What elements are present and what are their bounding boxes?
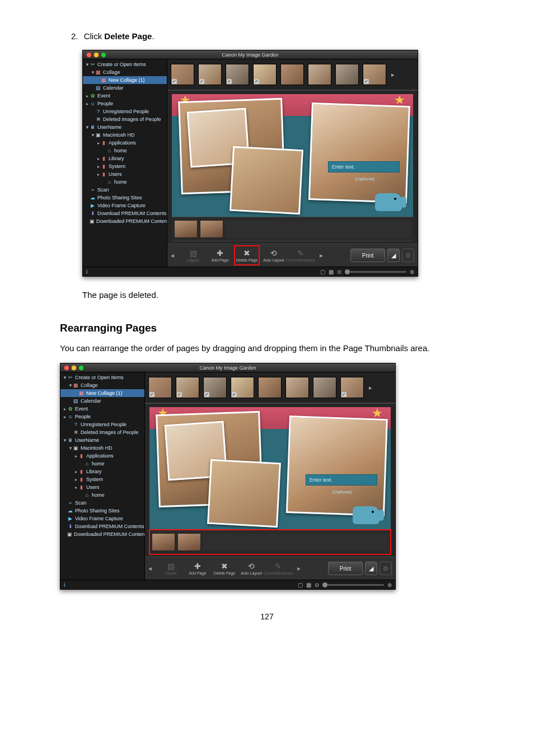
expand-arrow-icon[interactable]: ▸	[96, 172, 101, 177]
layout-button[interactable]: ▧Layout	[158, 559, 183, 578]
expand-arrow-icon[interactable]: ▸	[96, 164, 101, 169]
sidebar-item-unregistered[interactable]: ?Unregistered People	[83, 108, 167, 115]
sidebar-item-unregistered[interactable]: ?Unregistered People	[60, 421, 144, 428]
sidebar-item-applications[interactable]: ▸▮Applications	[83, 139, 167, 147]
sidebar-item-event[interactable]: ▸✿Event	[60, 405, 144, 413]
sidebar-item-downloaded-premium[interactable]: ▣Downloaded PREMIUM Contents	[83, 217, 167, 225]
auto-layout-button[interactable]: ⟲Auto Layout	[239, 559, 264, 578]
sidebar-item-system[interactable]: ▸▮System	[60, 475, 144, 483]
sidebar-item-download-premium[interactable]: ⬇Download PREMIUM Contents	[83, 209, 167, 217]
expand-arrow-icon[interactable]: ▸	[74, 477, 78, 482]
sidebar-item-people[interactable]: ▸☺People	[60, 413, 144, 421]
filmstrip-thumb[interactable]: ✓	[148, 377, 172, 398]
expand-arrow-icon[interactable]: ▸	[96, 156, 101, 161]
add-page-button[interactable]: ✚Add Page	[185, 559, 210, 578]
filmstrip-thumb[interactable]	[280, 64, 304, 85]
collage-photo-frame[interactable]	[229, 146, 303, 214]
sidebar-item-scan[interactable]: ⌁Scan	[83, 186, 167, 194]
settings-button[interactable]: ⚙	[380, 562, 392, 575]
sidebar-item-users[interactable]: ▸▮Users	[83, 170, 167, 178]
filmstrip-thumb[interactable]: ✓	[176, 377, 199, 398]
sidebar-item-library[interactable]: ▸▮Library	[83, 155, 167, 162]
collage-preview[interactable]: ★ ★ ★ Enter text. (Optional)	[172, 94, 413, 217]
zoom-slider[interactable]	[345, 271, 406, 273]
sidebar-item-new-collage[interactable]: ▦New Collage (1)	[83, 76, 167, 84]
filmstrip-next[interactable]: ▸	[368, 377, 373, 398]
toolbar-prev[interactable]: ◂	[148, 564, 156, 572]
view-mode-icon[interactable]: ▢	[320, 269, 325, 275]
expand-arrow-icon[interactable]: ▸	[63, 407, 67, 412]
sidebar-item-collage[interactable]: ▼▦Collage	[83, 68, 167, 76]
filmstrip-thumb[interactable]	[335, 64, 359, 85]
layout-button[interactable]: ▧Layout	[181, 246, 205, 265]
page-thumb[interactable]	[177, 533, 201, 551]
zoom-in-icon[interactable]: ⊕	[410, 269, 414, 275]
toolbar-next[interactable]: ▸	[320, 251, 327, 259]
filmstrip-thumb[interactable]: ✓	[171, 64, 194, 85]
filmstrip-thumb[interactable]: ✓	[340, 377, 364, 398]
sidebar-item-home[interactable]: ⌂home	[83, 147, 167, 155]
filmstrip-next[interactable]: ▸	[390, 64, 396, 85]
text-placeholder[interactable]: Enter text.	[328, 161, 400, 172]
filmstrip-thumb[interactable]	[258, 377, 282, 398]
filmstrip-thumb[interactable]: ✓	[203, 377, 227, 398]
info-icon[interactable]: i	[86, 269, 87, 275]
expand-arrow-icon[interactable]: ▼	[68, 446, 73, 451]
settings-button[interactable]: ⚙	[402, 249, 414, 262]
zoom-out-icon[interactable]: ⊖	[315, 582, 319, 588]
toolbar-prev[interactable]: ◂	[171, 251, 179, 259]
zoom-slider[interactable]	[322, 584, 384, 586]
expand-arrow-icon[interactable]: ▼	[91, 133, 95, 138]
sidebar-item-library[interactable]: ▸▮Library	[60, 468, 144, 475]
delete-page-button[interactable]: ✖Delete Page	[212, 559, 237, 578]
expand-arrow-icon[interactable]: ▼	[85, 62, 90, 67]
expand-arrow-icon[interactable]: ▼	[63, 375, 67, 380]
filmstrip-thumb[interactable]: ✓	[226, 64, 249, 85]
expand-arrow-icon[interactable]: ▼	[68, 383, 73, 388]
sidebar-item-macintosh-hd[interactable]: ▼▣Macintosh HD	[60, 444, 144, 452]
sidebar-item-event[interactable]: ▸✿Event	[83, 92, 167, 100]
print-button[interactable]: Print	[328, 562, 363, 575]
print-button[interactable]: Print	[350, 249, 385, 262]
collage-photo-frame[interactable]	[308, 102, 407, 200]
correct-enhance-button[interactable]: ✎Correct/Enhance	[288, 246, 313, 265]
page-thumb[interactable]	[174, 220, 198, 238]
expand-arrow-icon[interactable]: ▸	[85, 101, 90, 106]
delete-page-button[interactable]: ✖Delete Page	[235, 246, 259, 265]
collage-photo-frame[interactable]	[207, 459, 281, 528]
sidebar-item-username[interactable]: ▼🖥UserName	[60, 436, 144, 444]
sidebar-item-photo-sharing[interactable]: ☁Photo Sharing Sites	[83, 194, 167, 202]
filmstrip-thumb[interactable]: ✓	[198, 64, 222, 85]
sidebar-item-collage[interactable]: ▼▦Collage	[60, 381, 144, 389]
filmstrip-thumb[interactable]	[313, 377, 336, 398]
filmstrip-thumb[interactable]	[308, 64, 331, 85]
filmstrip-thumb[interactable]: ✓	[253, 64, 277, 85]
grid-mode-icon[interactable]: ▦	[306, 582, 311, 588]
sidebar-item-scan[interactable]: ⌁Scan	[60, 499, 144, 507]
sidebar-item-deleted-people[interactable]: ✖Deleted Images of People	[83, 115, 167, 123]
filmstrip-thumb[interactable]: ✓	[231, 377, 254, 398]
zoom-out-icon[interactable]: ⊖	[337, 269, 341, 275]
collage-preview[interactable]: ★ ★ ★ Enter text. (Optional)	[149, 407, 391, 530]
text-placeholder-secondary[interactable]: (Optional)	[329, 488, 377, 496]
sidebar-item-download-premium[interactable]: ⬇Download PREMIUM Contents	[60, 522, 144, 530]
sidebar-item-downloaded-premium[interactable]: ▣Downloaded PREMIUM Contents	[60, 530, 144, 538]
sidebar-item-video-frame[interactable]: ▶Video Frame Capture	[60, 515, 144, 522]
sidebar-item-calendar[interactable]: ▤Calendar	[60, 397, 144, 405]
add-page-button[interactable]: ✚Add Page	[208, 246, 232, 265]
sidebar-item-home[interactable]: ⌂home	[60, 460, 144, 468]
expand-arrow-icon[interactable]: ▸	[63, 414, 67, 419]
expand-arrow-icon[interactable]: ▼	[63, 438, 67, 443]
sidebar-item-applications[interactable]: ▸▮Applications	[60, 452, 144, 460]
tag-button[interactable]: ◢	[387, 249, 400, 262]
text-placeholder-secondary[interactable]: (Optional)	[352, 175, 400, 183]
view-mode-icon[interactable]: ▢	[298, 582, 303, 588]
sidebar-item-home-2[interactable]: ⌂home	[83, 178, 167, 186]
filmstrip-thumb[interactable]	[285, 377, 309, 398]
sidebar-item-macintosh-hd[interactable]: ▼▣Macintosh HD	[83, 131, 167, 139]
expand-arrow-icon[interactable]: ▸	[74, 485, 78, 490]
collage-photo-frame[interactable]	[286, 416, 385, 513]
expand-arrow-icon[interactable]: ▸	[96, 141, 101, 146]
sidebar-item-deleted-people[interactable]: ✖Deleted Images of People	[60, 428, 144, 436]
sidebar-item-video-frame[interactable]: ▶Video Frame Capture	[83, 202, 167, 209]
